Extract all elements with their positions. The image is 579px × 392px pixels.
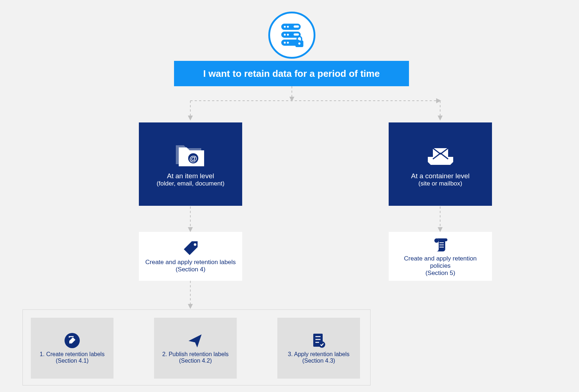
step-3-box: 3. Apply retention labels (Section 4.3) bbox=[277, 318, 360, 379]
step-2-sub: (Section 4.2) bbox=[179, 358, 212, 364]
step-1-box: 1. Create retention labels (Section 4.1) bbox=[31, 318, 113, 379]
svg-point-12 bbox=[298, 42, 301, 45]
policies-action-title: Create and apply retention policies bbox=[393, 255, 488, 270]
svg-rect-9 bbox=[294, 25, 299, 28]
svg-point-16 bbox=[434, 238, 439, 243]
svg-point-15 bbox=[194, 243, 196, 246]
item-level-box: @ At an item level (folder, email, docum… bbox=[139, 122, 242, 206]
svg-point-3 bbox=[284, 26, 286, 28]
send-arrow-icon bbox=[187, 332, 204, 349]
server-lock-icon bbox=[278, 21, 306, 49]
labels-action-title: Create and apply retention labels bbox=[145, 259, 236, 266]
svg-rect-10 bbox=[294, 33, 299, 36]
container-level-box: At a container level (site or mailbox) bbox=[389, 122, 492, 206]
labels-action-sub: (Section 4) bbox=[175, 266, 205, 273]
checklist-icon bbox=[310, 332, 327, 349]
policies-action-box: Create and apply retention policies (Sec… bbox=[389, 232, 492, 281]
hero-title: I want to retain data for a period of ti… bbox=[203, 68, 380, 79]
tag-icon bbox=[182, 240, 199, 257]
item-level-sub: (folder, email, document) bbox=[157, 180, 224, 187]
step-1-sub: (Section 4.1) bbox=[56, 358, 89, 364]
svg-text:@: @ bbox=[189, 154, 197, 163]
step-3-title: 3. Apply retention labels bbox=[288, 351, 350, 358]
step-1-title: 1. Create retention labels bbox=[40, 351, 105, 358]
svg-point-7 bbox=[284, 42, 286, 43]
step-2-title: 2. Publish retention labels bbox=[162, 351, 228, 358]
edit-circle-icon bbox=[64, 332, 80, 349]
svg-point-8 bbox=[287, 42, 289, 43]
container-level-title: At a container level bbox=[411, 172, 470, 180]
step-2-box: 2. Publish retention labels (Section 4.2… bbox=[154, 318, 237, 379]
hero-icon-circle bbox=[268, 12, 315, 59]
folder-at-icon: @ bbox=[174, 141, 207, 168]
labels-action-box: Create and apply retention labels (Secti… bbox=[139, 232, 242, 281]
inbox-mail-icon bbox=[424, 141, 457, 168]
step-3-sub: (Section 4.3) bbox=[302, 358, 335, 364]
policies-action-sub: (Section 5) bbox=[425, 270, 455, 277]
scroll-document-icon bbox=[432, 236, 449, 253]
item-level-title: At an item level bbox=[167, 172, 214, 180]
svg-point-5 bbox=[284, 34, 286, 36]
steps-container: 1. Create retention labels (Section 4.1)… bbox=[22, 309, 371, 385]
svg-point-6 bbox=[287, 34, 289, 36]
container-level-sub: (site or mailbox) bbox=[418, 180, 462, 187]
hero-title-box: I want to retain data for a period of ti… bbox=[174, 61, 409, 86]
svg-point-4 bbox=[287, 26, 289, 28]
